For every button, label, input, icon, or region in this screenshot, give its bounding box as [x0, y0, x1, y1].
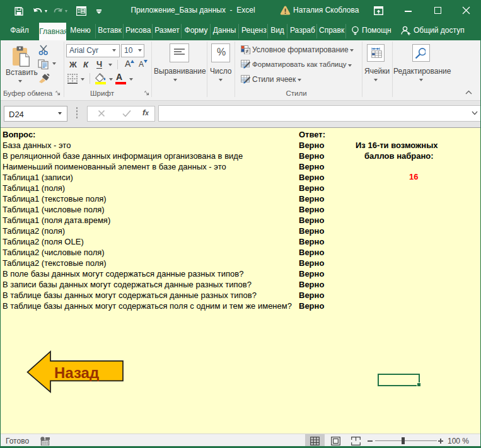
- svg-text:Назад: Назад: [54, 364, 99, 381]
